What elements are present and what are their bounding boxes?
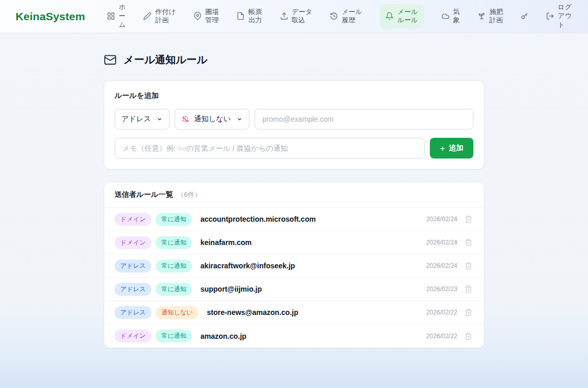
add-rule-row-2: + 追加	[115, 138, 473, 159]
nav-item-label: 気象	[453, 8, 461, 25]
rule-value: accountprotection.microsoft.com	[200, 215, 315, 223]
nav-item-fertilizer-plan[interactable]: 施肥計画	[478, 8, 504, 25]
delete-rule-button[interactable]	[464, 261, 473, 271]
page-title: メール通知ルール	[104, 53, 484, 67]
rule-row: アドレス 常に通知 akiracraftwork@infoseek.jp 202…	[104, 254, 484, 278]
chevron-down-icon	[157, 116, 163, 122]
delete-rule-button[interactable]	[464, 331, 473, 341]
rule-type-select[interactable]: アドレス	[115, 109, 170, 130]
bell-off-icon	[181, 116, 189, 123]
sender-rules-title: 送信者ルール一覧	[115, 190, 173, 199]
bell-icon	[385, 12, 394, 20]
main-content: メール通知ルール ルールを追加 アドレス 通知しない	[104, 53, 484, 348]
rule-date: 2026/02/24	[426, 239, 457, 246]
mail-icon	[104, 53, 117, 66]
rule-notify-badge: 常に通知	[156, 236, 192, 249]
sender-rules-card: 送信者ルール一覧 （6件） ドメイン 常に通知 accountprotectio…	[104, 182, 484, 348]
rule-row: アドレス 常に通知 support@iijmio.jp 2026/02/23	[104, 278, 484, 301]
nav-item-password-key[interactable]	[521, 12, 529, 20]
rule-date: 2026/02/22	[426, 309, 457, 316]
history-icon	[330, 12, 338, 20]
add-rule-card: ルールを追加 アドレス 通知しない +	[104, 80, 484, 169]
rule-type-badge: ドメイン	[115, 213, 151, 226]
sender-rules-count: （6件）	[177, 190, 201, 199]
nav-item-field-management[interactable]: 圃場管理	[193, 8, 220, 25]
rule-row: アドレス 通知しない store-news@amazon.co.jp 2026/…	[104, 301, 484, 324]
rule-type-badge: アドレス	[115, 306, 151, 319]
rule-memo-input[interactable]	[115, 138, 425, 159]
add-rule-button-label: 追加	[449, 143, 463, 153]
grid-icon	[107, 12, 115, 20]
nav-item-mail-history[interactable]: メール履歴	[330, 8, 363, 25]
rule-target-input[interactable]	[255, 109, 473, 130]
nav-item-label: 圃場管理	[205, 8, 220, 25]
pencil-icon	[143, 12, 151, 20]
nav-item-label: 帳票出力	[248, 8, 263, 25]
chevron-down-icon	[236, 116, 243, 122]
cloud-icon	[441, 12, 450, 20]
nav-item-label: データ取込	[292, 8, 313, 25]
sprout-icon	[478, 12, 486, 20]
nav-item-label: 作付け計画	[155, 8, 176, 25]
rule-type-select-value: アドレス	[121, 114, 151, 124]
nav-item-label: ログアウト	[558, 3, 572, 30]
nav-item-home[interactable]: ホーム	[107, 3, 127, 30]
rule-date: 2026/02/23	[426, 285, 457, 293]
nav-item-logout[interactable]: ログアウト	[546, 3, 572, 30]
rule-value: support@iijmio.jp	[200, 285, 262, 293]
rule-date: 2026/02/24	[426, 215, 457, 223]
map-pin-icon	[193, 12, 202, 20]
document-icon	[236, 12, 245, 20]
main-nav: ホーム 作付け計画 圃場管理 帳票出力 データ取込	[107, 3, 572, 30]
top-navbar: KeinaSystem ホーム 作付け計画 圃場管理 帳票出力	[0, 0, 588, 33]
delete-rule-button[interactable]	[464, 307, 473, 318]
plus-icon: +	[440, 144, 445, 153]
key-icon	[521, 12, 529, 20]
rule-row: ドメイン 常に通知 amazon.co.jp 2026/02/22	[104, 324, 484, 348]
nav-item-label: ホーム	[119, 3, 127, 30]
nav-item-label: メールルール	[397, 8, 418, 25]
logout-icon	[546, 12, 554, 20]
rule-notify-badge: 常に通知	[156, 260, 192, 272]
notify-mode-select[interactable]: 通知しない	[175, 109, 249, 130]
rule-type-badge: ドメイン	[115, 329, 151, 342]
rule-notify-badge: 通知しない	[156, 306, 199, 319]
nav-item-report-output[interactable]: 帳票出力	[236, 8, 263, 25]
rule-value: akiracraftwork@infoseek.jp	[200, 262, 295, 270]
rule-type-badge: ドメイン	[115, 236, 151, 249]
page-title-text: メール通知ルール	[123, 53, 207, 67]
rule-type-badge: アドレス	[115, 283, 151, 296]
notify-mode-select-value: 通知しない	[194, 114, 231, 124]
brand-logo[interactable]: KeinaSystem	[16, 10, 85, 23]
add-rule-button[interactable]: + 追加	[430, 138, 473, 159]
rule-type-badge: アドレス	[115, 260, 151, 272]
rule-notify-badge: 常に通知	[156, 213, 192, 226]
add-rule-row-1: アドレス 通知しない	[115, 109, 473, 130]
rule-value: keinafarm.com	[200, 238, 251, 247]
upload-icon	[280, 12, 288, 20]
add-rule-card-title: ルールを追加	[115, 91, 473, 100]
rule-value: store-news@amazon.co.jp	[207, 308, 298, 317]
rule-row: ドメイン 常に通知 accountprotection.microsoft.co…	[104, 208, 484, 231]
rule-notify-badge: 常に通知	[156, 329, 192, 342]
rule-row: ドメイン 常に通知 keinafarm.com 2026/02/24	[104, 231, 484, 254]
nav-item-planting-plan[interactable]: 作付け計画	[143, 8, 176, 25]
nav-item-weather[interactable]: 気象	[441, 8, 461, 25]
nav-item-label: メール履歴	[342, 8, 363, 25]
sender-rules-header: 送信者ルール一覧 （6件）	[104, 182, 484, 208]
nav-item-mail-rules[interactable]: メールルール	[380, 4, 424, 29]
rule-value: amazon.co.jp	[200, 332, 246, 340]
delete-rule-button[interactable]	[464, 237, 473, 248]
delete-rule-button[interactable]	[464, 284, 473, 294]
nav-item-label: 施肥計画	[489, 8, 504, 25]
rule-date: 2026/02/22	[426, 333, 457, 340]
nav-item-data-import[interactable]: データ取込	[280, 8, 313, 25]
rule-date: 2026/02/24	[426, 262, 457, 269]
delete-rule-button[interactable]	[464, 214, 473, 224]
rule-notify-badge: 常に通知	[156, 283, 192, 296]
